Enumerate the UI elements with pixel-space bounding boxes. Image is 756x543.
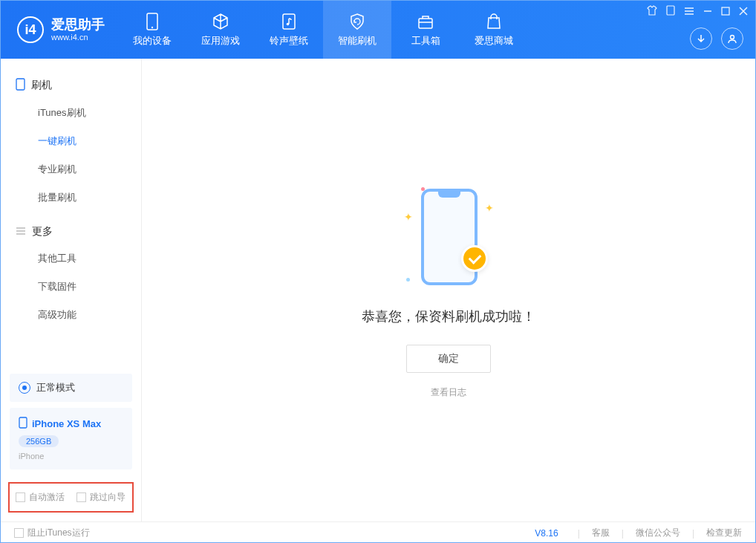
minimize-button[interactable]	[703, 6, 712, 18]
svg-rect-8	[16, 79, 25, 90]
svg-point-1	[151, 27, 153, 28]
sidebar-item-pro-flash[interactable]: 专业刷机	[1, 155, 141, 183]
tab-apps-games[interactable]: 应用游戏	[186, 1, 255, 59]
device-phone-icon	[19, 417, 27, 431]
user-button[interactable]	[721, 27, 743, 50]
device-card[interactable]: iPhone XS Max 256GB iPhone	[10, 408, 132, 469]
sparkle-icon: ✦	[485, 202, 494, 214]
menu-icon[interactable]	[684, 6, 694, 18]
tab-label: 铃声壁纸	[270, 34, 308, 48]
decor-dot	[406, 278, 410, 282]
separator: |	[692, 528, 694, 539]
header-right-actions	[690, 27, 743, 50]
sidebar-item-itunes-flash[interactable]: iTunes刷机	[1, 99, 141, 127]
logo-icon: i4	[17, 16, 44, 43]
tab-store[interactable]: 爱思商城	[460, 1, 528, 59]
tab-ringtone-wallpaper[interactable]: 铃声壁纸	[255, 1, 323, 59]
tab-smart-flash[interactable]: 智能刷机	[323, 1, 391, 59]
main-content: ✦ ✦ 恭喜您，保资料刷机成功啦！ 确定 查看日志	[142, 59, 755, 521]
app-header: i4 爱思助手 www.i4.cn 我的设备 应用游戏 铃声壁纸 智能刷机 工具…	[1, 1, 755, 59]
group-title-text: 刷机	[31, 79, 52, 92]
sidebar-item-batch-flash[interactable]: 批量刷机	[1, 183, 141, 212]
phone-small-icon	[16, 78, 25, 93]
success-illustration: ✦ ✦	[385, 181, 512, 293]
mode-label: 正常模式	[36, 381, 75, 394]
checkmark-badge-icon	[461, 245, 488, 272]
cube-icon	[211, 12, 230, 31]
checkbox-auto-activate[interactable]: 自动激活	[16, 491, 65, 504]
checkbox-label: 阻止iTunes运行	[27, 527, 90, 539]
checkbox-skip-guide[interactable]: 跳过向导	[76, 491, 126, 504]
support-link[interactable]: 客服	[592, 527, 610, 539]
checkbox-label: 自动激活	[29, 491, 65, 504]
app-subtitle: www.i4.cn	[51, 33, 105, 42]
sidebar-group-more: 更多	[1, 219, 141, 244]
close-button[interactable]	[739, 6, 748, 18]
sidebar-item-download-firmware[interactable]: 下载固件	[1, 273, 141, 301]
separator: |	[622, 528, 624, 539]
device-name-text: iPhone XS Max	[32, 418, 101, 429]
svg-rect-4	[419, 19, 432, 28]
svg-rect-6	[722, 7, 729, 15]
sparkle-icon: ✦	[404, 211, 413, 223]
shirt-icon[interactable]	[647, 5, 657, 18]
svg-rect-5	[667, 6, 674, 15]
separator: |	[578, 528, 580, 539]
checkbox-icon	[16, 492, 25, 502]
sidebar-item-advanced[interactable]: 高级功能	[1, 301, 141, 329]
list-icon	[16, 226, 26, 238]
bottom-options-highlight: 自动激活 跳过向导	[8, 482, 134, 513]
tab-my-device[interactable]: 我的设备	[118, 1, 186, 59]
bag-icon	[484, 12, 504, 31]
success-message: 恭喜您，保资料刷机成功啦！	[362, 308, 535, 325]
music-file-icon	[279, 12, 299, 31]
status-bar: 阻止iTunes运行 V8.16 | 客服 | 微信公众号 | 检查更新	[1, 521, 755, 543]
confirm-button[interactable]: 确定	[406, 345, 491, 373]
maximize-button[interactable]	[721, 6, 730, 18]
tab-toolbox[interactable]: 工具箱	[391, 1, 460, 59]
sidebar-group-flash: 刷机	[1, 72, 141, 99]
app-title: 爱思助手	[51, 17, 105, 33]
sidebar: 刷机 iTunes刷机 一键刷机 专业刷机 批量刷机 更多 其他工具 下载固件 …	[1, 59, 142, 521]
note-icon[interactable]	[666, 5, 675, 18]
download-button[interactable]	[690, 27, 712, 50]
phone-icon	[143, 12, 162, 31]
sidebar-item-other-tools[interactable]: 其他工具	[1, 244, 141, 273]
device-type-text: iPhone	[19, 452, 123, 461]
logo-block: i4 爱思助手 www.i4.cn	[1, 1, 118, 59]
checkbox-label: 跳过向导	[90, 491, 126, 504]
svg-point-7	[731, 36, 734, 39]
notch-icon	[438, 192, 460, 198]
shield-refresh-icon	[348, 12, 367, 31]
checkbox-icon	[14, 528, 24, 538]
view-log-link[interactable]: 查看日志	[431, 386, 466, 399]
svg-rect-9	[19, 417, 27, 428]
tab-label: 应用游戏	[201, 34, 240, 48]
nav-tabs: 我的设备 应用游戏 铃声壁纸 智能刷机 工具箱 爱思商城	[118, 1, 528, 59]
tab-label: 工具箱	[411, 34, 440, 48]
mode-card[interactable]: 正常模式	[10, 374, 132, 402]
tab-label: 智能刷机	[338, 34, 377, 48]
svg-point-3	[287, 23, 290, 26]
tab-label: 我的设备	[133, 34, 172, 48]
tab-label: 爱思商城	[475, 34, 513, 48]
check-update-link[interactable]: 检查更新	[706, 527, 742, 539]
group-title-text: 更多	[32, 225, 53, 238]
sidebar-item-oneclick-flash[interactable]: 一键刷机	[1, 127, 141, 155]
mode-indicator-icon	[19, 382, 30, 394]
device-capacity-badge: 256GB	[19, 435, 59, 447]
wechat-link[interactable]: 微信公众号	[636, 527, 680, 539]
window-controls	[647, 5, 748, 18]
version-text: V8.16	[535, 528, 558, 539]
checkbox-block-itunes[interactable]: 阻止iTunes运行	[14, 527, 90, 539]
checkbox-icon	[76, 492, 86, 502]
toolbox-icon	[416, 12, 435, 31]
